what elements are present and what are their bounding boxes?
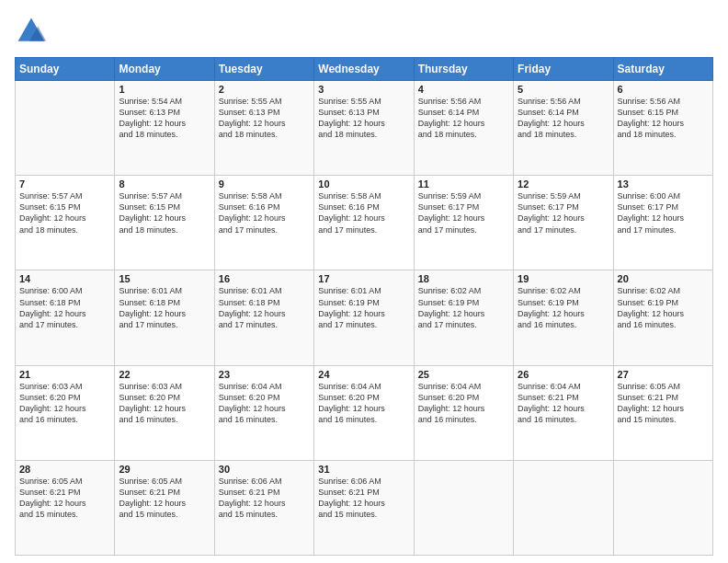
day-number: 13 bbox=[618, 178, 709, 190]
calendar-cell: 9Sunrise: 5:58 AM Sunset: 6:16 PM Daylig… bbox=[214, 176, 313, 270]
weekday-header-saturday: Saturday bbox=[613, 58, 712, 81]
calendar-cell bbox=[414, 460, 513, 555]
day-info: Sunrise: 6:04 AM Sunset: 6:20 PM Dayligh… bbox=[318, 381, 409, 426]
day-number: 11 bbox=[418, 178, 509, 190]
calendar-cell: 1Sunrise: 5:54 AM Sunset: 6:13 PM Daylig… bbox=[115, 81, 214, 176]
day-number: 8 bbox=[119, 178, 210, 190]
day-info: Sunrise: 6:05 AM Sunset: 6:21 PM Dayligh… bbox=[19, 476, 110, 521]
day-info: Sunrise: 5:58 AM Sunset: 6:16 PM Dayligh… bbox=[318, 190, 409, 236]
day-info: Sunrise: 5:55 AM Sunset: 6:13 PM Dayligh… bbox=[318, 96, 409, 141]
day-number: 16 bbox=[219, 273, 310, 284]
page: SundayMondayTuesdayWednesdayThursdayFrid… bbox=[0, 0, 728, 563]
day-number: 4 bbox=[418, 84, 509, 95]
calendar-cell: 6Sunrise: 5:56 AM Sunset: 6:15 PM Daylig… bbox=[613, 81, 712, 176]
day-number: 21 bbox=[19, 369, 110, 380]
day-info: Sunrise: 5:55 AM Sunset: 6:13 PM Dayligh… bbox=[219, 96, 310, 141]
day-info: Sunrise: 6:02 AM Sunset: 6:19 PM Dayligh… bbox=[418, 285, 509, 330]
day-info: Sunrise: 6:04 AM Sunset: 6:20 PM Dayligh… bbox=[219, 381, 310, 426]
calendar-cell: 21Sunrise: 6:03 AM Sunset: 6:20 PM Dayli… bbox=[16, 365, 115, 460]
day-number: 12 bbox=[518, 178, 609, 190]
calendar-cell: 2Sunrise: 5:55 AM Sunset: 6:13 PM Daylig… bbox=[214, 81, 313, 176]
calendar-week-row: 14Sunrise: 6:00 AM Sunset: 6:18 PM Dayli… bbox=[16, 270, 713, 365]
calendar-cell: 22Sunrise: 6:03 AM Sunset: 6:20 PM Dayli… bbox=[115, 365, 214, 460]
day-number: 7 bbox=[19, 178, 110, 190]
day-number: 18 bbox=[418, 273, 509, 284]
day-info: Sunrise: 5:56 AM Sunset: 6:15 PM Dayligh… bbox=[618, 96, 709, 141]
day-info: Sunrise: 5:58 AM Sunset: 6:16 PM Dayligh… bbox=[219, 190, 310, 236]
calendar-cell bbox=[16, 81, 115, 176]
day-info: Sunrise: 6:04 AM Sunset: 6:20 PM Dayligh… bbox=[418, 381, 509, 426]
day-info: Sunrise: 6:06 AM Sunset: 6:21 PM Dayligh… bbox=[318, 476, 409, 521]
calendar-cell: 24Sunrise: 6:04 AM Sunset: 6:20 PM Dayli… bbox=[314, 365, 414, 460]
day-number: 17 bbox=[318, 273, 409, 284]
day-number: 9 bbox=[219, 178, 310, 190]
logo bbox=[15, 15, 51, 48]
day-number: 3 bbox=[318, 84, 409, 95]
calendar-cell: 28Sunrise: 6:05 AM Sunset: 6:21 PM Dayli… bbox=[16, 460, 115, 555]
day-number: 27 bbox=[618, 369, 709, 380]
calendar-cell: 4Sunrise: 5:56 AM Sunset: 6:14 PM Daylig… bbox=[414, 81, 513, 176]
day-number: 28 bbox=[19, 464, 110, 475]
day-info: Sunrise: 6:00 AM Sunset: 6:18 PM Dayligh… bbox=[19, 285, 110, 330]
calendar-week-row: 7Sunrise: 5:57 AM Sunset: 6:15 PM Daylig… bbox=[16, 176, 713, 270]
calendar-cell: 23Sunrise: 6:04 AM Sunset: 6:20 PM Dayli… bbox=[214, 365, 313, 460]
weekday-header-monday: Monday bbox=[115, 58, 214, 81]
day-info: Sunrise: 6:02 AM Sunset: 6:19 PM Dayligh… bbox=[518, 285, 609, 330]
calendar-cell: 11Sunrise: 5:59 AM Sunset: 6:17 PM Dayli… bbox=[414, 176, 513, 270]
calendar-cell: 13Sunrise: 6:00 AM Sunset: 6:17 PM Dayli… bbox=[613, 176, 712, 270]
day-number: 5 bbox=[518, 84, 609, 95]
day-number: 29 bbox=[119, 464, 210, 475]
day-number: 24 bbox=[318, 369, 409, 380]
calendar-cell: 10Sunrise: 5:58 AM Sunset: 6:16 PM Dayli… bbox=[314, 176, 414, 270]
weekday-header-tuesday: Tuesday bbox=[214, 58, 313, 81]
calendar-cell: 5Sunrise: 5:56 AM Sunset: 6:14 PM Daylig… bbox=[514, 81, 613, 176]
calendar-week-row: 21Sunrise: 6:03 AM Sunset: 6:20 PM Dayli… bbox=[16, 365, 713, 460]
calendar-week-row: 1Sunrise: 5:54 AM Sunset: 6:13 PM Daylig… bbox=[16, 81, 713, 176]
header bbox=[15, 15, 713, 48]
day-info: Sunrise: 6:03 AM Sunset: 6:20 PM Dayligh… bbox=[119, 381, 210, 426]
calendar-cell: 15Sunrise: 6:01 AM Sunset: 6:18 PM Dayli… bbox=[115, 270, 214, 365]
day-info: Sunrise: 5:57 AM Sunset: 6:15 PM Dayligh… bbox=[119, 190, 210, 236]
day-number: 14 bbox=[19, 273, 110, 284]
day-info: Sunrise: 6:03 AM Sunset: 6:20 PM Dayligh… bbox=[19, 381, 110, 426]
day-info: Sunrise: 5:57 AM Sunset: 6:15 PM Dayligh… bbox=[19, 190, 110, 236]
day-info: Sunrise: 6:01 AM Sunset: 6:18 PM Dayligh… bbox=[119, 285, 210, 330]
day-info: Sunrise: 6:02 AM Sunset: 6:19 PM Dayligh… bbox=[618, 285, 709, 330]
day-info: Sunrise: 6:06 AM Sunset: 6:21 PM Dayligh… bbox=[219, 476, 310, 521]
day-number: 20 bbox=[618, 273, 709, 284]
day-info: Sunrise: 5:56 AM Sunset: 6:14 PM Dayligh… bbox=[418, 96, 509, 141]
day-info: Sunrise: 6:00 AM Sunset: 6:17 PM Dayligh… bbox=[618, 190, 709, 236]
day-info: Sunrise: 5:56 AM Sunset: 6:14 PM Dayligh… bbox=[518, 96, 609, 141]
day-number: 1 bbox=[119, 84, 210, 95]
calendar-cell: 12Sunrise: 5:59 AM Sunset: 6:17 PM Dayli… bbox=[514, 176, 613, 270]
day-info: Sunrise: 6:01 AM Sunset: 6:18 PM Dayligh… bbox=[219, 285, 310, 330]
weekday-header-wednesday: Wednesday bbox=[314, 58, 414, 81]
calendar-cell: 8Sunrise: 5:57 AM Sunset: 6:15 PM Daylig… bbox=[115, 176, 214, 270]
day-info: Sunrise: 6:05 AM Sunset: 6:21 PM Dayligh… bbox=[119, 476, 210, 521]
weekday-header-row: SundayMondayTuesdayWednesdayThursdayFrid… bbox=[16, 58, 713, 81]
calendar-cell: 30Sunrise: 6:06 AM Sunset: 6:21 PM Dayli… bbox=[214, 460, 313, 555]
calendar-cell: 26Sunrise: 6:04 AM Sunset: 6:21 PM Dayli… bbox=[514, 365, 613, 460]
day-number: 30 bbox=[219, 464, 310, 475]
calendar-week-row: 28Sunrise: 6:05 AM Sunset: 6:21 PM Dayli… bbox=[16, 460, 713, 555]
calendar-cell: 3Sunrise: 5:55 AM Sunset: 6:13 PM Daylig… bbox=[314, 81, 414, 176]
weekday-header-thursday: Thursday bbox=[414, 58, 513, 81]
calendar-cell: 17Sunrise: 6:01 AM Sunset: 6:19 PM Dayli… bbox=[314, 270, 414, 365]
day-number: 23 bbox=[219, 369, 310, 380]
day-info: Sunrise: 5:59 AM Sunset: 6:17 PM Dayligh… bbox=[518, 190, 609, 236]
calendar-cell: 16Sunrise: 6:01 AM Sunset: 6:18 PM Dayli… bbox=[214, 270, 313, 365]
day-number: 25 bbox=[418, 369, 509, 380]
weekday-header-friday: Friday bbox=[514, 58, 613, 81]
day-info: Sunrise: 5:59 AM Sunset: 6:17 PM Dayligh… bbox=[418, 190, 509, 236]
day-number: 10 bbox=[318, 178, 409, 190]
calendar-cell: 20Sunrise: 6:02 AM Sunset: 6:19 PM Dayli… bbox=[613, 270, 712, 365]
day-info: Sunrise: 5:54 AM Sunset: 6:13 PM Dayligh… bbox=[119, 96, 210, 141]
calendar-cell: 31Sunrise: 6:06 AM Sunset: 6:21 PM Dayli… bbox=[314, 460, 414, 555]
calendar-cell: 7Sunrise: 5:57 AM Sunset: 6:15 PM Daylig… bbox=[16, 176, 115, 270]
day-number: 22 bbox=[119, 369, 210, 380]
calendar-table: SundayMondayTuesdayWednesdayThursdayFrid… bbox=[15, 57, 713, 556]
calendar-cell: 27Sunrise: 6:05 AM Sunset: 6:21 PM Dayli… bbox=[613, 365, 712, 460]
day-number: 2 bbox=[219, 84, 310, 95]
day-number: 15 bbox=[119, 273, 210, 284]
calendar-cell: 14Sunrise: 6:00 AM Sunset: 6:18 PM Dayli… bbox=[16, 270, 115, 365]
